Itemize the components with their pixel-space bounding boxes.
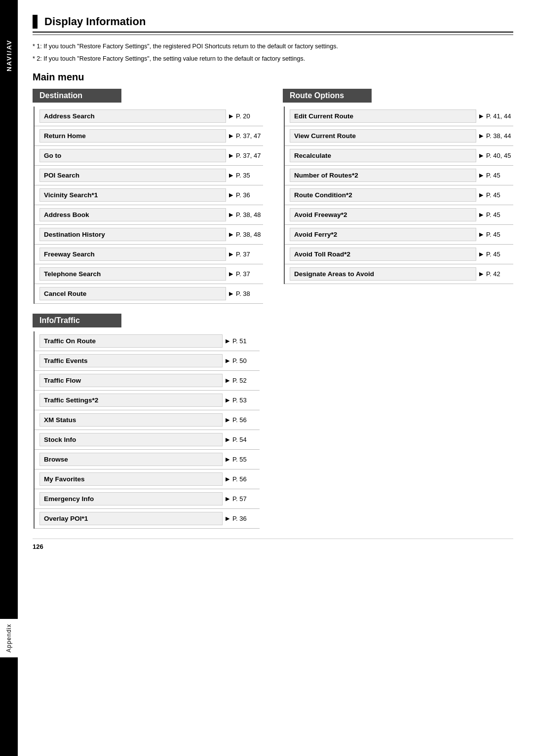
- info-traffic-section: Info/Traffic Traffic On Route▶P. 51Traff…: [33, 314, 513, 529]
- menu-item-label: Telephone Search: [39, 267, 226, 281]
- menu-item-label: Emergency Info: [39, 492, 223, 505]
- arrow-icon: ▶: [226, 436, 229, 443]
- list-item: Emergency Info▶P. 57: [35, 489, 260, 509]
- main-menu-title: Main menu: [33, 72, 513, 83]
- list-item: Traffic On Route▶P. 51: [35, 331, 260, 351]
- route-options-header: Route Options: [283, 89, 372, 103]
- page-reference: P. 42: [486, 270, 513, 278]
- page: NAVI/AV Appendix Display Information * 1…: [0, 0, 533, 756]
- arrow-icon: ▶: [229, 192, 233, 198]
- info-traffic-column: Info/Traffic Traffic On Route▶P. 51Traff…: [33, 314, 260, 529]
- menu-item-label: Avoid Toll Road*2: [290, 248, 476, 261]
- title-divider: [33, 35, 513, 35]
- arrow-icon: ▶: [226, 456, 229, 463]
- list-item: Route Condition*2▶P. 45: [285, 185, 513, 205]
- page-reference: P. 50: [232, 357, 260, 364]
- menu-item-label: XM Status: [39, 413, 223, 427]
- page-reference: P. 36: [232, 515, 260, 522]
- list-item: Return Home▶P. 37, 47: [35, 126, 263, 146]
- arrow-icon: ▶: [226, 476, 229, 482]
- menu-item-label: Avoid Freeway*2: [290, 208, 476, 221]
- page-reference: P. 45: [486, 191, 513, 199]
- page-reference: P. 38: [236, 290, 263, 297]
- list-item: Designate Areas to Avoid▶P. 42: [285, 264, 513, 284]
- info-traffic-list: Traffic On Route▶P. 51Traffic Events▶P. …: [34, 331, 260, 529]
- arrow-icon: ▶: [229, 271, 233, 277]
- arrow-icon: ▶: [226, 417, 229, 423]
- page-title: Display Information: [33, 15, 513, 33]
- menu-item-label: Traffic Events: [39, 354, 223, 367]
- title-bar-decoration: [33, 15, 38, 29]
- arrow-icon: ▶: [229, 290, 233, 297]
- list-item: View Current Route▶P. 38, 44: [285, 126, 513, 146]
- list-item: XM Status▶P. 56: [35, 410, 260, 430]
- arrow-icon: ▶: [226, 377, 229, 384]
- page-reference: P. 45: [486, 231, 513, 238]
- menu-item-label: My Favorites: [39, 472, 223, 486]
- arrow-icon: ▶: [229, 152, 233, 159]
- footnote-2: * 2: If you touch "Restore Factory Setti…: [33, 54, 513, 64]
- arrow-icon: ▶: [479, 251, 483, 257]
- list-item: POI Search▶P. 35: [35, 166, 263, 185]
- list-item: Address Book▶P. 38, 48: [35, 205, 263, 225]
- page-reference: P. 36: [236, 191, 263, 199]
- arrow-icon: ▶: [226, 338, 229, 344]
- page-reference: P. 51: [232, 337, 260, 345]
- display-information-title: Display Information: [44, 15, 146, 28]
- navi-av-label: NAVI/AV: [5, 39, 13, 72]
- menu-item-label: Overlay POI*1: [39, 512, 223, 525]
- arrow-icon: ▶: [479, 113, 483, 119]
- menu-item-label: Address Book: [39, 208, 226, 221]
- menu-item-label: Return Home: [39, 129, 226, 143]
- list-item: Cancel Route▶P. 38: [35, 284, 263, 304]
- arrow-icon: ▶: [226, 496, 229, 502]
- arrow-icon: ▶: [479, 271, 483, 277]
- page-reference: P. 38, 44: [486, 132, 513, 140]
- list-item: Traffic Settings*2▶P. 53: [35, 391, 260, 410]
- list-item: Browse▶P. 55: [35, 450, 260, 469]
- footnote-1: * 1: If you touch "Restore Factory Setti…: [33, 42, 513, 51]
- arrow-icon: ▶: [479, 212, 483, 218]
- arrow-icon: ▶: [479, 152, 483, 159]
- list-item: Address Search▶P. 20: [35, 107, 263, 126]
- arrow-icon: ▶: [229, 133, 233, 139]
- arrow-icon: ▶: [229, 172, 233, 179]
- arrow-icon: ▶: [479, 192, 483, 198]
- menu-item-label: POI Search: [39, 169, 226, 182]
- list-item: Avoid Toll Road*2▶P. 45: [285, 245, 513, 264]
- main-content: Display Information * 1: If you touch "R…: [18, 0, 533, 756]
- page-reference: P. 38, 48: [236, 231, 263, 238]
- page-reference: P. 37, 47: [236, 132, 263, 140]
- page-reference: P. 54: [232, 436, 260, 443]
- page-reference: P. 40, 45: [486, 152, 513, 159]
- arrow-icon: ▶: [226, 358, 229, 364]
- appendix-label: Appendix: [5, 624, 12, 652]
- menu-item-label: Traffic Settings*2: [39, 394, 223, 407]
- menu-item-label: Browse: [39, 453, 223, 466]
- menu-item-label: Destination History: [39, 228, 226, 241]
- page-reference: P. 45: [486, 172, 513, 179]
- menu-item-label: Go to: [39, 149, 226, 162]
- page-number: 126: [33, 539, 513, 550]
- destination-list: Address Search▶P. 20Return Home▶P. 37, 4…: [34, 107, 263, 304]
- page-reference: P. 55: [232, 456, 260, 463]
- list-item: Avoid Freeway*2▶P. 45: [285, 205, 513, 225]
- page-reference: P. 45: [486, 251, 513, 258]
- destination-column: Destination Address Search▶P. 20Return H…: [33, 89, 263, 304]
- list-item: Telephone Search▶P. 37: [35, 264, 263, 284]
- arrow-icon: ▶: [229, 212, 233, 218]
- list-item: Stock Info▶P. 54: [35, 430, 260, 450]
- side-bar: NAVI/AV Appendix: [0, 0, 18, 756]
- list-item: Traffic Events▶P. 50: [35, 351, 260, 371]
- page-reference: P. 35: [236, 172, 263, 179]
- menu-item-label: Traffic Flow: [39, 374, 223, 387]
- destination-header: Destination: [33, 89, 121, 103]
- menu-item-label: Avoid Ferry*2: [290, 228, 476, 241]
- page-reference: P. 52: [232, 377, 260, 384]
- list-item: Destination History▶P. 38, 48: [35, 225, 263, 245]
- appendix-section: Appendix: [0, 619, 18, 657]
- menu-item-label: Vicinity Search*1: [39, 188, 226, 202]
- menu-item-label: Edit Current Route: [290, 109, 476, 123]
- menu-item-label: Recalculate: [290, 149, 476, 162]
- arrow-icon: ▶: [229, 113, 233, 119]
